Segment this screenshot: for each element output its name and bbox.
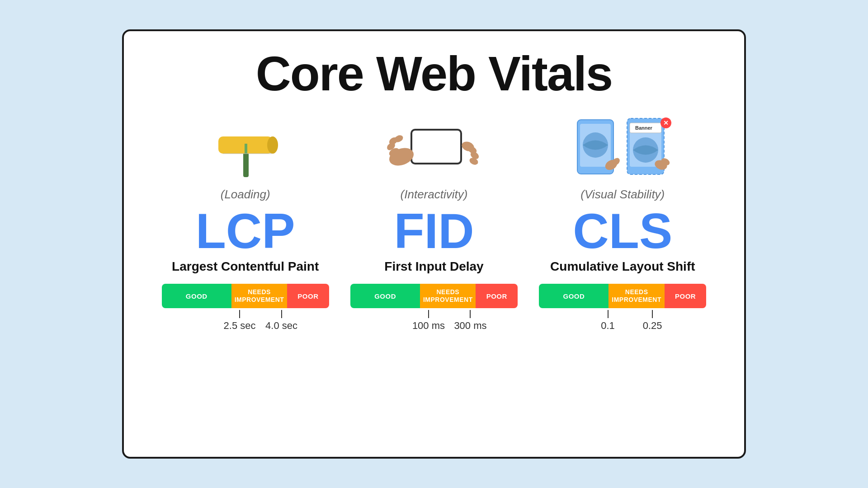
fid-markers: 100 ms 300 ms bbox=[350, 310, 518, 333]
lcp-marker1: 2.5 sec bbox=[224, 310, 256, 332]
lcp-icon bbox=[205, 112, 286, 184]
fid-marker1-label: 100 ms bbox=[412, 320, 445, 332]
lcp-bar-container: GOOD NEEDSIMPROVEMENT POOR 2.5 sec 4.0 s… bbox=[162, 284, 329, 333]
lcp-marker2: 4.0 sec bbox=[265, 310, 297, 332]
cls-marker2-line bbox=[652, 310, 653, 318]
vitals-row: (Loading) LCP Largest Contentful Paint G… bbox=[151, 112, 717, 439]
cls-marker1-label: 0.1 bbox=[601, 320, 615, 332]
cls-good: GOOD bbox=[539, 284, 609, 308]
fid-icon bbox=[380, 112, 488, 184]
fid-marker2-label: 300 ms bbox=[454, 320, 486, 332]
cls-name: Cumulative Layout Shift bbox=[550, 259, 695, 274]
cls-marker1: 0.1 bbox=[601, 310, 615, 332]
fid-name: First Input Delay bbox=[384, 259, 483, 274]
cls-marker1-line bbox=[608, 310, 609, 318]
fid-marker2-line bbox=[470, 310, 471, 318]
svg-text:✕: ✕ bbox=[663, 119, 669, 127]
lcp-good: GOOD bbox=[162, 284, 231, 308]
cls-marker2-label: 0.25 bbox=[643, 320, 662, 332]
fid-poor: POOR bbox=[476, 284, 518, 308]
fid-bar-container: GOOD NEEDSIMPROVEMENT POOR 100 ms 300 ms bbox=[350, 284, 518, 333]
page-title: Core Web Vitals bbox=[256, 49, 612, 98]
fid-abbr: FID bbox=[394, 206, 474, 256]
cls-markers: 0.1 0.25 bbox=[539, 310, 706, 333]
fid-marker2: 300 ms bbox=[454, 310, 486, 332]
svg-text:Banner: Banner bbox=[635, 125, 653, 131]
vital-col-fid: (Interactivity) FID First Input Delay GO… bbox=[348, 112, 520, 333]
cls-category: (Visual Stability) bbox=[580, 188, 665, 202]
vital-col-lcp: (Loading) LCP Largest Contentful Paint G… bbox=[160, 112, 331, 333]
lcp-category: (Loading) bbox=[221, 188, 270, 202]
fid-category: (Interactivity) bbox=[401, 188, 468, 202]
fid-needs: NEEDSIMPROVEMENT bbox=[420, 284, 476, 308]
vital-col-cls: Banner ✕ (Visual Stability) CLS Cumulati… bbox=[537, 112, 708, 333]
cls-marker2: 0.25 bbox=[643, 310, 662, 332]
cls-bar-container: GOOD NEEDSIMPROVEMENT POOR 0.1 0.25 bbox=[539, 284, 706, 333]
lcp-abbr: LCP bbox=[196, 206, 295, 256]
lcp-marker2-label: 4.0 sec bbox=[265, 320, 297, 332]
lcp-marker1-line bbox=[239, 310, 240, 318]
main-card: Core Web Vitals (Loading) LCP bbox=[122, 29, 746, 459]
svg-rect-6 bbox=[414, 133, 458, 160]
lcp-marker2-line bbox=[281, 310, 282, 318]
lcp-name: Largest Contentful Paint bbox=[172, 259, 319, 274]
lcp-bar-segments: GOOD NEEDSIMPROVEMENT POOR bbox=[162, 284, 329, 308]
cls-poor: POOR bbox=[665, 284, 707, 308]
lcp-marker1-label: 2.5 sec bbox=[224, 320, 256, 332]
cls-abbr: CLS bbox=[573, 206, 672, 256]
cls-icon: Banner ✕ bbox=[568, 112, 677, 184]
svg-rect-0 bbox=[243, 152, 249, 177]
svg-rect-3 bbox=[245, 144, 247, 154]
lcp-needs: NEEDSIMPROVEMENT bbox=[231, 284, 287, 308]
cls-bar-segments: GOOD NEEDSIMPROVEMENT POOR bbox=[539, 284, 706, 308]
cls-needs: NEEDSIMPROVEMENT bbox=[609, 284, 664, 308]
fid-bar-segments: GOOD NEEDSIMPROVEMENT POOR bbox=[350, 284, 518, 308]
svg-point-2 bbox=[267, 136, 278, 154]
fid-marker1-line bbox=[428, 310, 429, 318]
lcp-poor: POOR bbox=[287, 284, 329, 308]
lcp-markers: 2.5 sec 4.0 sec bbox=[162, 310, 329, 333]
fid-good: GOOD bbox=[350, 284, 420, 308]
fid-marker1: 100 ms bbox=[412, 310, 445, 332]
